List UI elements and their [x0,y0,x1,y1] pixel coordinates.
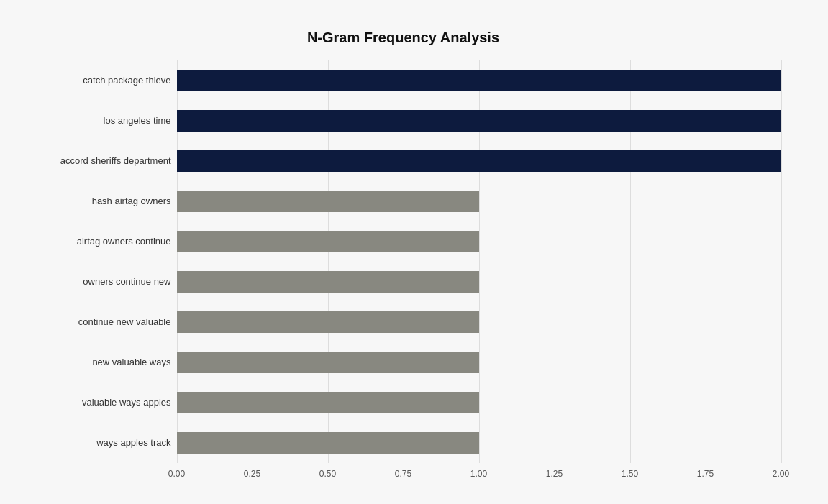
bar [177,432,479,454]
bar [177,231,479,252]
bar-row [177,265,781,298]
y-label: continue new valuable [26,304,171,340]
y-label: valuable ways apples [26,385,171,421]
bar [177,70,781,91]
bar-row [177,386,781,418]
chart-area: catch package thievelos angeles timeacco… [26,60,781,463]
y-label: catch package thieve [26,63,171,98]
bar-row [177,306,781,338]
x-tick: 1.50 [622,469,638,479]
bar-row [177,426,781,459]
x-tick: 0.75 [395,469,411,479]
x-tick: 1.00 [470,469,487,479]
x-axis: 0.000.250.500.751.001.251.501.752.00 [177,469,781,490]
y-label: los angeles time [26,103,171,139]
y-labels: catch package thievelos angeles timeacco… [26,60,177,463]
bar-row [177,64,781,96]
bar [177,311,479,333]
bars-area [177,60,781,463]
y-label: accord sheriffs department [26,143,171,179]
bar-row [177,346,781,378]
bar [177,392,479,413]
bar [177,110,781,132]
bar [177,271,479,293]
x-tick: 0.00 [168,469,185,479]
bar-row [177,104,781,137]
y-label: hash airtag owners [26,183,171,219]
grid-line [781,60,782,463]
y-label: ways apples track [26,425,171,461]
bar [177,150,781,172]
bar-row [177,225,781,257]
bar [177,191,479,212]
bar-row [177,185,781,217]
x-tick: 0.25 [244,469,260,479]
chart-container: N-Gram Frequency Analysis catch package … [19,8,810,497]
y-label: new valuable ways [26,344,171,380]
y-label: owners continue new [26,264,171,300]
x-tick: 2.00 [773,469,789,479]
x-tick: 1.75 [697,469,714,479]
x-tick: 1.25 [546,469,563,479]
x-tick: 0.50 [319,469,336,479]
bar [177,352,479,373]
y-label: airtag owners continue [26,224,171,260]
bar-row [177,145,781,177]
chart-title: N-Gram Frequency Analysis [26,29,781,46]
